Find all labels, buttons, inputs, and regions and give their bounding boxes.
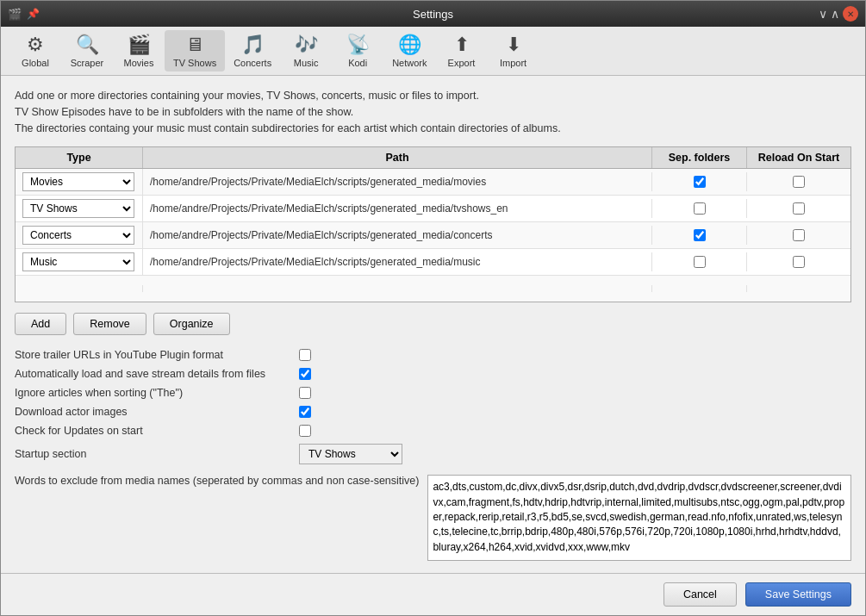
download-actor-row: Download actor images [15, 406, 851, 418]
row3-sep-checkbox[interactable] [694, 229, 706, 241]
import-icon: ⬇ [506, 34, 521, 56]
row2-reload-checkbox[interactable] [793, 202, 805, 215]
row4-sep-checkbox[interactable] [694, 256, 706, 268]
organize-button[interactable]: Organize [153, 313, 230, 335]
remove-button[interactable]: Remove [73, 313, 146, 335]
row4-reload-cell [747, 252, 850, 271]
startup-section-select[interactable]: Movies TV Shows Concerts Music [299, 444, 402, 464]
row1-type-cell: Movies TV Shows Concerts Music [16, 169, 143, 195]
title-bar-controls: ∨ ∧ ✕ [819, 6, 858, 22]
row4-type-cell: Movies TV Shows Concerts Music [16, 249, 143, 275]
save-button[interactable]: Save Settings [745, 582, 851, 607]
table-row: Movies TV Shows Concerts Music /home/and… [16, 196, 850, 222]
tab-import[interactable]: ⬇ Import [488, 30, 539, 72]
desc-line3: The directories containg your music must… [15, 121, 851, 137]
tab-export-label: Export [448, 58, 476, 68]
chevron-down-icon[interactable]: ∨ [819, 7, 827, 21]
col-sep-folders: Sep. folders [652, 147, 747, 168]
row2-type-select[interactable]: Movies TV Shows Concerts Music [22, 199, 134, 218]
desc-line2: TV Show Episodes have to be in subfolder… [15, 104, 851, 121]
tab-global[interactable]: ⚙ Global [9, 30, 61, 72]
row3-sep-cell [652, 226, 747, 245]
col-path: Path [143, 147, 652, 168]
table-header: Type Path Sep. folders Reload On Start [16, 147, 850, 169]
cancel-button[interactable]: Cancel [664, 582, 737, 607]
check-updates-checkbox[interactable] [299, 425, 311, 437]
check-updates-label: Check for Updates on start [15, 425, 290, 437]
tvshows-icon: 🖥 [185, 34, 204, 56]
startup-section-row: Startup section Movies TV Shows Concerts… [15, 444, 851, 464]
row3-reload-cell [747, 226, 850, 245]
row2-reload-cell [747, 199, 850, 218]
store-trailer-checkbox[interactable] [299, 349, 311, 361]
close-button[interactable]: ✕ [843, 6, 858, 22]
scraper-icon: 🔍 [76, 34, 99, 56]
description: Add one or more directories containing y… [15, 88, 851, 136]
row2-path: /home/andre/Projects/Private/MediaElch/s… [150, 202, 508, 215]
empty-type [16, 285, 143, 292]
empty-path [143, 285, 652, 292]
row4-reload-checkbox[interactable] [793, 256, 805, 268]
auto-load-checkbox[interactable] [299, 368, 311, 380]
empty-sep [652, 285, 747, 292]
row3-type-select[interactable]: Movies TV Shows Concerts Music [22, 226, 134, 245]
desc-line1: Add one or more directories containing y… [15, 88, 851, 104]
tab-concerts-label: Concerts [234, 58, 271, 68]
row1-type-select[interactable]: Movies TV Shows Concerts Music [22, 172, 134, 191]
tab-kodi[interactable]: 📡 Kodi [332, 30, 383, 72]
ignore-articles-row: Ignore articles when sorting ("The") [15, 387, 851, 399]
ignore-articles-label: Ignore articles when sorting ("The") [15, 387, 290, 399]
directories-table: Type Path Sep. folders Reload On Start M… [15, 146, 851, 302]
movies-icon: 🎬 [128, 34, 151, 56]
kodi-icon: 📡 [346, 34, 370, 56]
store-trailer-label: Store trailer URLs in YouTube Plugin for… [15, 349, 290, 361]
row1-sep-cell [652, 172, 747, 191]
empty-reload [747, 285, 850, 292]
chevron-up-icon[interactable]: ∧ [831, 7, 839, 21]
tab-export[interactable]: ⬆ Export [436, 30, 488, 72]
export-icon: ⬆ [454, 34, 470, 56]
row3-reload-checkbox[interactable] [793, 229, 805, 241]
row1-sep-checkbox[interactable] [694, 176, 706, 188]
row4-type-select[interactable]: Movies TV Shows Concerts Music [22, 252, 134, 271]
exclude-words-textarea[interactable]: ac3,dts,custom,dc,divx,divx5,dsr,dsrip,d… [427, 475, 851, 561]
exclude-words-section: Words to exclude from media names (seper… [15, 475, 851, 561]
row4-path-cell: /home/andre/Projects/Private/MediaElch/s… [143, 252, 652, 271]
tab-kodi-label: Kodi [348, 58, 367, 68]
network-icon: 🌐 [398, 34, 421, 56]
tab-network-label: Network [392, 58, 427, 68]
title-bar-left: 🎬 📌 [8, 8, 40, 21]
row2-type-cell: Movies TV Shows Concerts Music [16, 196, 143, 221]
table-empty-row [16, 276, 850, 302]
auto-load-row: Automatically load and save stream detai… [15, 368, 851, 380]
row4-path: /home/andre/Projects/Private/MediaElch/s… [150, 256, 481, 268]
global-icon: ⚙ [27, 34, 44, 56]
footer: Cancel Save Settings [1, 573, 865, 615]
table-row: Movies TV Shows Concerts Music /home/and… [16, 249, 850, 276]
form-options: Store trailer URLs in YouTube Plugin for… [15, 349, 851, 464]
tab-movies-label: Movies [124, 58, 154, 68]
row1-path: /home/andre/Projects/Private/MediaElch/s… [150, 176, 486, 188]
toolbar: ⚙ Global 🔍 Scraper 🎬 Movies 🖥 TV Shows 🎵… [1, 27, 865, 76]
window-title: Settings [413, 8, 453, 21]
tab-movies[interactable]: 🎬 Movies [113, 30, 165, 72]
add-button[interactable]: Add [15, 313, 66, 335]
row3-type-cell: Movies TV Shows Concerts Music [16, 222, 143, 248]
auto-load-label: Automatically load and save stream detai… [15, 368, 290, 380]
tab-concerts[interactable]: 🎵 Concerts [225, 30, 280, 72]
ignore-articles-checkbox[interactable] [299, 387, 311, 399]
download-actor-checkbox[interactable] [299, 406, 311, 418]
tab-tvshows-label: TV Shows [173, 58, 216, 68]
action-buttons: Add Remove Organize [15, 313, 851, 335]
row2-sep-cell [652, 199, 747, 218]
table-row: Movies TV Shows Concerts Music /home/and… [16, 222, 850, 249]
title-bar: 🎬 📌 Settings ∨ ∧ ✕ [1, 1, 865, 27]
row1-reload-checkbox[interactable] [793, 176, 805, 188]
app-icon: 🎬 [8, 8, 22, 21]
row2-sep-checkbox[interactable] [694, 202, 706, 215]
tab-tvshows[interactable]: 🖥 TV Shows [165, 30, 225, 72]
row2-path-cell: /home/andre/Projects/Private/MediaElch/s… [143, 199, 652, 218]
tab-music[interactable]: 🎶 Music [280, 30, 332, 72]
tab-scraper[interactable]: 🔍 Scraper [61, 30, 113, 72]
tab-network[interactable]: 🌐 Network [383, 30, 435, 72]
